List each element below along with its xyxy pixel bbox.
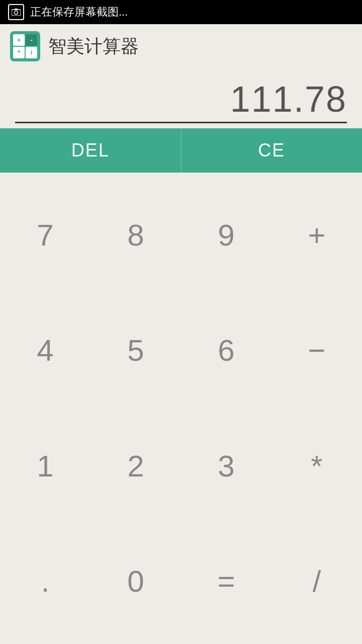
- app-icon: + - * /: [10, 31, 40, 61]
- key-digit-7[interactable]: 7: [0, 178, 90, 293]
- del-ce-row[interactable]: DEL CE: [0, 128, 362, 173]
- key-divide[interactable]: /: [272, 524, 362, 639]
- display-underline: [15, 122, 347, 123]
- key-equals[interactable]: =: [181, 524, 272, 639]
- key-digit-0[interactable]: 0: [90, 524, 181, 639]
- key-subtract[interactable]: −: [272, 293, 362, 408]
- key-digit-5[interactable]: 5: [90, 293, 181, 408]
- key-dot[interactable]: .: [0, 524, 90, 639]
- key-digit-3[interactable]: 3: [181, 409, 272, 524]
- key-digit-8[interactable]: 8: [90, 178, 181, 293]
- app-title: 智美计算器: [48, 34, 139, 59]
- icon-plus: +: [13, 34, 25, 46]
- svg-point-1: [15, 11, 18, 15]
- del-button[interactable]: DEL: [0, 128, 182, 173]
- display-area: 111.78: [0, 68, 362, 128]
- screenshot-icon: [8, 4, 24, 20]
- key-digit-9[interactable]: 9: [181, 178, 272, 293]
- key-add[interactable]: +: [272, 178, 362, 293]
- key-multiply[interactable]: *: [272, 409, 362, 524]
- title-bar: + - * / 智美计算器: [0, 24, 362, 68]
- ce-button[interactable]: CE: [182, 128, 363, 173]
- status-bar: 正在保存屏幕截图...: [0, 0, 362, 24]
- status-text: 正在保存屏幕截图...: [30, 5, 128, 20]
- key-digit-6[interactable]: 6: [181, 293, 272, 408]
- display-value: 111.78: [15, 78, 347, 120]
- icon-divide: /: [26, 47, 37, 58]
- icon-multiply: *: [13, 47, 25, 58]
- key-digit-2[interactable]: 2: [90, 409, 181, 524]
- key-digit-1[interactable]: 1: [0, 409, 90, 524]
- svg-rect-2: [15, 9, 18, 10]
- icon-minus: -: [26, 34, 37, 46]
- keypad: 789+456−123*.0=/: [0, 173, 362, 644]
- key-digit-4[interactable]: 4: [0, 293, 90, 408]
